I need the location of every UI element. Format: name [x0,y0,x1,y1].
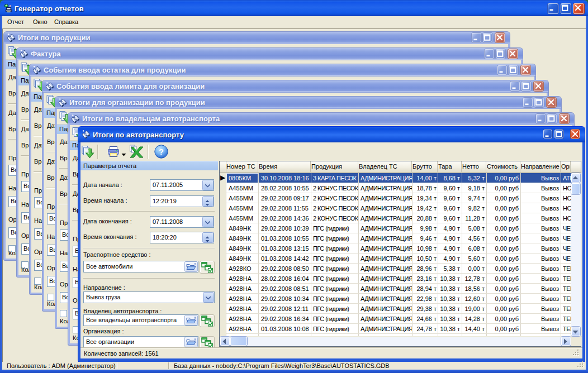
svg-text:?: ? [159,147,164,156]
